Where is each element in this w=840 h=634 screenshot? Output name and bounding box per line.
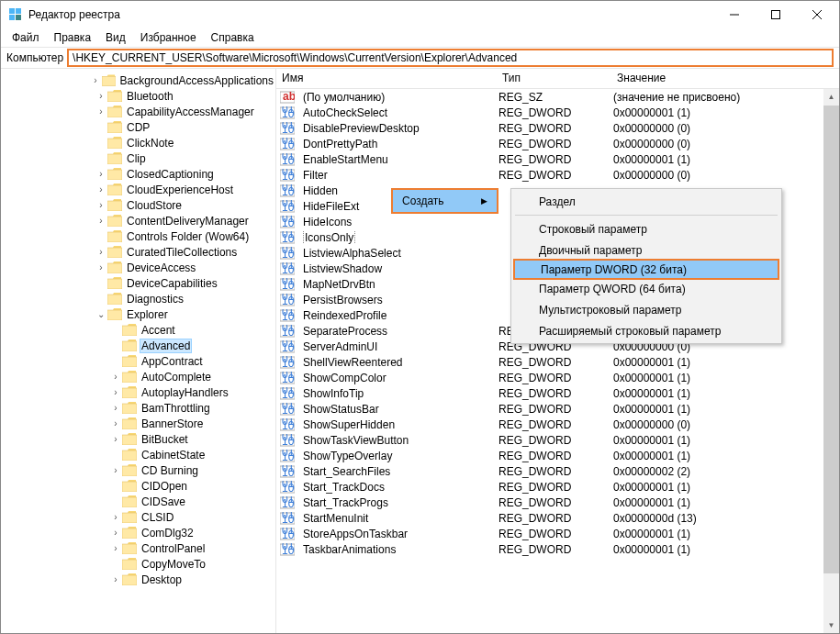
address-input[interactable]: \HKEY_CURRENT_USER\Software\Microsoft\Wi… [67,49,834,67]
list-row[interactable]: 011100Start_TrackProgsREG_DWORD0x0000000… [276,495,839,510]
tree-expand-icon[interactable]: › [95,106,107,117]
tree-item[interactable]: ›ContentDeliveryManager [1,213,275,228]
context-item-string[interactable]: Строковый параметр [513,218,779,239]
minimize-button[interactable] [713,2,755,28]
tree-expand-icon[interactable]: › [95,184,107,195]
tree-expand-icon[interactable]: › [95,216,107,226]
tree-item[interactable]: ⌄Explorer [1,306,275,322]
list-row[interactable]: 011100EnableStartMenuREG_DWORD0x00000001… [276,151,839,167]
list-row[interactable]: 011100ShellViewReenteredREG_DWORD0x00000… [276,354,839,370]
col-header-type[interactable]: Тип [497,69,611,88]
tree-item[interactable]: Diagnostics [1,291,275,306]
tree-expand-icon[interactable]: › [109,543,122,553]
list-row[interactable]: 011100ShowInfoTipREG_DWORD0x00000001 (1) [276,385,839,401]
context-submenu-create[interactable]: Создать ▶ [391,188,498,214]
list-row[interactable]: 011100ShowTypeOverlayREG_DWORD0x00000001… [276,448,839,463]
context-item-binary[interactable]: Двоичный параметр [513,239,779,261]
tree-item[interactable]: CIDSave [1,494,275,509]
tree-expand-icon[interactable]: › [109,403,122,413]
tree-item[interactable]: ›DeviceAccess [1,260,275,275]
tree-item[interactable]: ›CuratedTileCollections [1,244,275,260]
tree-item[interactable]: ›BamThrottling [1,400,275,416]
tree-item[interactable]: ›BackgroundAccessApplications [1,72,275,88]
tree-item[interactable]: Clip [1,150,275,166]
col-header-value[interactable]: Значение [611,69,839,88]
list-row[interactable]: 011100FilterREG_DWORD0x00000000 (0) [276,167,839,183]
menu-edit[interactable]: Правка [47,29,99,46]
tree-expand-icon[interactable]: › [109,528,122,538]
tree-expand-icon[interactable]: ⌄ [95,309,107,319]
list-row[interactable]: 011100StartMenuInitREG_DWORD0x0000000d (… [276,510,839,526]
scroll-up-button[interactable]: ▲ [823,89,839,105]
context-item-expandstring[interactable]: Расширяемый строковый параметр [513,320,779,341]
tree-expand-icon[interactable]: › [95,169,107,179]
list-row[interactable]: ab(По умолчанию)REG_SZ(значение не присв… [276,89,839,105]
tree-item[interactable]: DeviceCapabilities [1,275,275,291]
tree-expand-icon[interactable]: › [95,200,107,210]
menu-file[interactable]: Файл [5,29,47,46]
list-row[interactable]: 011100Start_TrackDocsREG_DWORD0x00000001… [276,479,839,495]
tree-item[interactable]: ›ControlPanel [1,540,275,556]
tree-expand-icon[interactable]: › [95,262,107,273]
scroll-down-button[interactable]: ▼ [823,617,839,633]
tree-item[interactable]: Advanced [1,338,275,353]
scrollbar-thumb[interactable] [823,106,839,573]
svg-text:100: 100 [282,326,295,338]
menu-help[interactable]: Справка [204,29,262,46]
menu-view[interactable]: Вид [98,29,133,46]
tree-item[interactable]: AppContract [1,353,275,369]
tree-item[interactable]: ›Desktop [1,572,275,587]
col-header-name[interactable]: Имя [276,69,497,88]
tree-expand-icon[interactable]: › [89,75,101,85]
tree-expand-icon[interactable]: › [95,247,107,257]
list-row[interactable]: 011100ShowStatusBarREG_DWORD0x00000001 (… [276,401,839,417]
tree-view[interactable]: ›BackgroundAccessApplications›Bluetooth›… [1,69,276,633]
tree-expand-icon[interactable]: › [109,574,122,584]
tree-item[interactable]: ›Bluetooth [1,88,275,104]
vertical-scrollbar[interactable]: ▲ ▼ [823,89,839,633]
tree-item[interactable]: ›CloudExperienceHost [1,182,275,197]
tree-expand-icon[interactable]: › [109,387,122,397]
tree-item[interactable]: ›BitBucket [1,431,275,447]
tree-item[interactable]: ›ClosedCaptioning [1,166,275,182]
list-view[interactable]: Имя Тип Значение ab(По умолчанию)REG_SZ(… [276,69,839,633]
tree-item[interactable]: Controls Folder (Wow64) [1,228,275,244]
list-row[interactable]: 011100DisablePreviewDesktopREG_DWORD0x00… [276,120,839,136]
tree-item[interactable]: CabinetState [1,447,275,462]
tree-item[interactable]: CDP [1,119,275,135]
tree-item[interactable]: ›CapabilityAccessManager [1,104,275,119]
tree-item[interactable]: Accent [1,322,275,338]
tree-item[interactable]: ›AutoplayHandlers [1,384,275,400]
list-row[interactable]: 011100Start_SearchFilesREG_DWORD0x000000… [276,463,839,479]
list-row[interactable]: 011100ShowCompColorREG_DWORD0x00000001 (… [276,370,839,385]
context-item-multistring[interactable]: Мультистроковый параметр [513,299,779,320]
tree-expand-icon[interactable]: › [109,512,122,522]
list-row[interactable]: 011100ShowTaskViewButtonREG_DWORD0x00000… [276,432,839,448]
tree-expand-icon[interactable]: › [109,434,122,444]
close-button[interactable] [796,2,837,28]
list-row[interactable]: 011100DontPrettyPathREG_DWORD0x00000000 … [276,136,839,151]
tree-item[interactable]: ›CloudStore [1,197,275,213]
list-row[interactable]: 011100AutoCheckSelectREG_DWORD0x00000001… [276,105,839,120]
context-item-qword[interactable]: Параметр QWORD (64 бита) [513,278,779,299]
tree-expand-icon[interactable]: › [109,418,122,428]
tree-item[interactable]: ›CLSID [1,509,275,525]
tree-item[interactable]: ›CD Burning [1,462,275,478]
tree-expand-icon[interactable]: › [95,91,107,101]
tree-expand-icon[interactable]: › [109,465,122,475]
tree-item[interactable]: ClickNote [1,135,275,150]
tree-item[interactable]: ›AutoComplete [1,369,275,384]
tree-expand-icon[interactable]: › [109,372,122,382]
context-item-key[interactable]: Раздел [513,191,779,212]
list-row[interactable]: 011100StoreAppsOnTaskbarREG_DWORD0x00000… [276,526,839,541]
maximize-button[interactable] [755,2,796,28]
tree-item[interactable]: ›ComDlg32 [1,525,275,540]
menu-favorites[interactable]: Избранное [133,29,204,46]
tree-item[interactable]: CIDOpen [1,478,275,494]
list-row[interactable]: 011100ShowSuperHiddenREG_DWORD0x00000000… [276,417,839,432]
context-item-create[interactable]: Создать ▶ [393,190,497,212]
context-item-dword[interactable]: Параметр DWORD (32 бита) [513,259,779,280]
tree-item[interactable]: ›BannerStore [1,416,275,431]
tree-item[interactable]: CopyMoveTo [1,556,275,572]
list-row[interactable]: 011100TaskbarAnimationsREG_DWORD0x000000… [276,541,839,557]
